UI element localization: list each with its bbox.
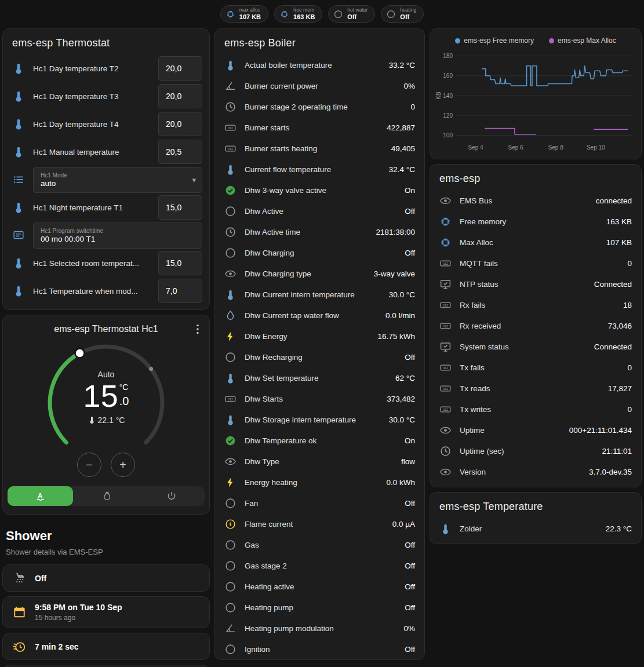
target-temperature: 15 °C .0: [83, 380, 129, 411]
mode-button-heat[interactable]: [73, 486, 139, 506]
entity-row[interactable]: Dhw RechargingOff: [215, 347, 424, 367]
dots-vertical-icon[interactable]: [191, 322, 205, 336]
entity-row[interactable]: Dhw Charging type3-way valve: [215, 263, 424, 284]
entity-row[interactable]: Dhw ChargingOff: [215, 242, 424, 263]
number-input[interactable]: 15,0: [158, 251, 202, 275]
entity-row[interactable]: Heating pump modulation0%: [215, 618, 424, 639]
number-input[interactable]: 7,0: [158, 279, 202, 303]
badge-free-mem[interactable]: free mem163 KB: [274, 5, 322, 23]
entity-row[interactable]: Dhw Energy16.75 kWh: [215, 326, 424, 347]
entity-value: Off: [405, 207, 415, 216]
entity-label: Burner current power: [245, 82, 395, 90]
entity-row[interactable]: 012MQTT fails0: [430, 253, 641, 274]
entity-label: Heating active: [245, 582, 396, 591]
entity-label: Rx received: [460, 322, 600, 330]
svg-text:180: 180: [443, 53, 453, 59]
entity-row[interactable]: Actual boiler temperature33.2 °C: [215, 54, 424, 75]
eye-icon: [224, 455, 237, 468]
entity-row[interactable]: Dhw Current tap water flow0.0 l/min: [215, 305, 424, 326]
entity-row[interactable]: 012Dhw Starts373,482: [215, 388, 424, 409]
entity-row[interactable]: Zolder22.3 °C: [430, 518, 641, 539]
entity-row[interactable]: 012Tx reads17,827: [430, 378, 641, 399]
entity-row[interactable]: Dhw 3-way valve activeOn: [215, 180, 424, 201]
setting-row: Hc1 Manual temperature20,5: [3, 138, 209, 166]
entity-row[interactable]: Dhw Active time2181:38:00: [215, 221, 424, 242]
entity-row[interactable]: Max Alloc107 KB: [430, 232, 641, 253]
badge-max-alloc[interactable]: max alloc107 KB: [220, 5, 268, 23]
legend-item[interactable]: ems-esp Free memory: [455, 37, 534, 45]
entity-value: 000+21:11:01.434: [569, 426, 632, 435]
counter-icon: 012: [439, 403, 452, 415]
entity-label: Dhw Energy: [245, 332, 369, 341]
entity-row[interactable]: Heating activeOff: [215, 576, 424, 597]
check-circle-icon: [224, 435, 237, 447]
entity-row[interactable]: System statusConnected: [430, 336, 641, 357]
entity-row[interactable]: Dhw Storage intern temperature30.0 °C: [215, 409, 424, 430]
shower-card[interactable]: [2, 665, 210, 667]
water-thermometer-icon: [12, 62, 25, 75]
legend-item[interactable]: ems-esp Max Alloc: [549, 37, 616, 45]
counter-icon: 012: [439, 382, 452, 395]
entity-row[interactable]: IgnitionOff: [215, 639, 424, 659]
text-input[interactable]: Hc1 Program switchtime00 mo 00:00 T1: [33, 223, 202, 249]
number-input[interactable]: 20,0: [158, 112, 202, 136]
shower-card[interactable]: Off: [2, 564, 210, 592]
badge-hot-water[interactable]: hot waterOff: [328, 5, 375, 23]
power-icon: [166, 490, 177, 502]
number-input[interactable]: 15,0: [158, 195, 202, 220]
entity-row[interactable]: Current flow temperature32.4 °C: [215, 159, 424, 180]
entity-value: 30.0 °C: [389, 415, 415, 424]
badge-heating[interactable]: heatingOff: [381, 5, 424, 23]
entity-value: 0: [627, 405, 632, 414]
increase-temp-button[interactable]: +: [111, 453, 135, 477]
entity-row[interactable]: Energy heating0.0 kWh: [215, 472, 424, 493]
entity-row[interactable]: Dhw ActiveOff: [215, 201, 424, 221]
entity-row[interactable]: Burner current power0%: [215, 75, 424, 96]
svg-text:012: 012: [443, 324, 448, 327]
entity-value: Off: [405, 603, 415, 612]
number-input[interactable]: 20,0: [158, 84, 202, 108]
entity-row[interactable]: 012Tx writes0: [430, 399, 641, 420]
entity-label: Tx fails: [460, 363, 619, 372]
entity-row[interactable]: Burner stage 2 operating time0: [215, 96, 424, 117]
entity-value: Connected: [594, 280, 632, 289]
badge-value: Off: [400, 13, 416, 20]
shower-section-header: Shower Shower details via EMS-ESP: [2, 519, 210, 560]
mode-button-auto[interactable]: [8, 486, 73, 506]
entity-row[interactable]: Flame current0.0 µA: [215, 513, 424, 534]
entity-row[interactable]: Free memory163 KB: [430, 211, 641, 232]
mode-button-off[interactable]: [139, 486, 205, 506]
number-input[interactable]: 20,0: [158, 56, 202, 81]
entity-row[interactable]: 012Burner starts heating49,405: [215, 138, 424, 159]
svg-text:012: 012: [228, 397, 233, 400]
shower-card[interactable]: 9:58 PM on Tue 10 Sep15 hours ago: [2, 596, 210, 628]
entity-row[interactable]: Version3.7.0-dev.35: [430, 461, 641, 482]
svg-text:Sep 6: Sep 6: [508, 144, 524, 151]
decrease-temp-button[interactable]: −: [77, 453, 101, 477]
entity-row[interactable]: Dhw Typeflow: [215, 451, 424, 472]
entity-row[interactable]: EMS Busconnected: [430, 190, 641, 211]
entity-row[interactable]: 012Rx fails18: [430, 294, 641, 315]
entity-value: 3.7.0-dev.35: [589, 468, 632, 476]
entity-row[interactable]: Dhw Temperature okOn: [215, 430, 424, 451]
entity-row[interactable]: Heating pumpOff: [215, 597, 424, 618]
entity-row[interactable]: 012Tx fails0: [430, 357, 641, 378]
entity-row[interactable]: NTP statusConnected: [430, 274, 641, 294]
entity-value: 0%: [403, 82, 415, 90]
entity-row[interactable]: Gas stage 2Off: [215, 555, 424, 576]
entity-row[interactable]: Dhw Set temperature62 °C: [215, 367, 424, 388]
entity-row[interactable]: Uptime000+21:11:01.434: [430, 420, 641, 440]
number-input[interactable]: 20,5: [158, 140, 202, 164]
entity-label: EMS Bus: [460, 196, 588, 205]
svg-text:Sep 8: Sep 8: [548, 144, 564, 151]
entity-row[interactable]: Dhw Current intern temperature30.0 °C: [215, 284, 424, 305]
mode-select[interactable]: Hc1 Modeauto▾: [33, 167, 202, 193]
entity-row[interactable]: 012Burner starts422,887: [215, 117, 424, 138]
left-column: ems-esp Thermostat Hc1 Day temperature T…: [2, 28, 210, 667]
entity-row[interactable]: Uptime (sec)21:11:01: [430, 440, 641, 461]
shower-card[interactable]: 7 min 2 sec: [2, 633, 210, 660]
entity-row[interactable]: GasOff: [215, 534, 424, 555]
entity-row[interactable]: 012Rx received73,046: [430, 315, 641, 336]
entity-value: Off: [405, 645, 415, 654]
entity-row[interactable]: FanOff: [215, 493, 424, 513]
